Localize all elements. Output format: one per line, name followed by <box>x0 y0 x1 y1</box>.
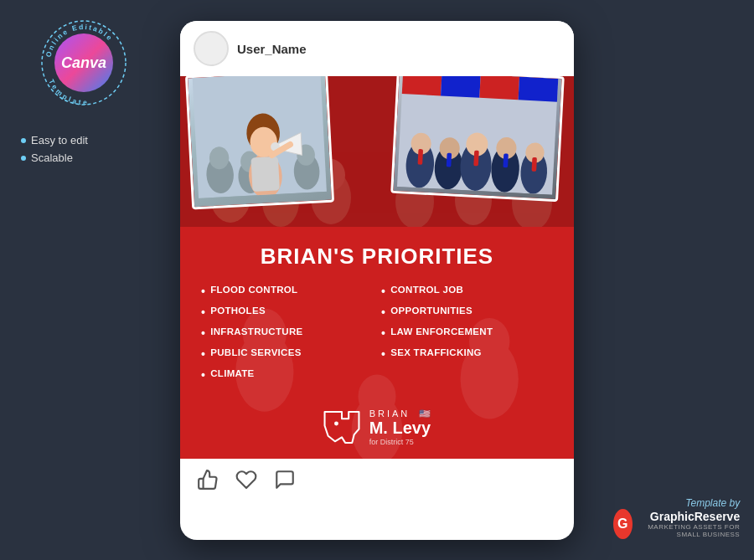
priority-sex-trafficking: • SEX TRAFFICKING <box>381 347 553 360</box>
card-footer <box>180 459 574 506</box>
priority-label: LAW ENFORCEMENT <box>390 326 493 337</box>
priority-label: PUBLIC SERVICES <box>210 347 301 357</box>
bullet-icon: • <box>201 306 205 318</box>
candidate-last-name: M. Levy <box>369 419 434 436</box>
feature-list: Easy to edit Scalable <box>17 134 88 169</box>
priority-label: OPPORTUNITIES <box>390 306 473 316</box>
svg-rect-28 <box>402 76 442 95</box>
priorities-title: BRIAN'S PRIORITIES <box>201 244 553 270</box>
priority-label: SEX TRAFFICKING <box>390 347 482 357</box>
svg-rect-44 <box>473 151 479 167</box>
feature-label-1: Easy to edit <box>31 134 88 146</box>
red-section: BRIAN'S PRIORITIES • FLOOD CONTROL • POT… <box>180 227 574 459</box>
bullet-icon: • <box>381 348 385 360</box>
svg-rect-25 <box>250 157 279 192</box>
template-by-text: Template by <box>613 497 740 509</box>
user-avatar <box>194 31 229 66</box>
svg-point-53 <box>334 422 338 426</box>
gr-brand-name: GraphicReserve <box>639 510 740 523</box>
photos-area <box>180 76 574 227</box>
bullet-icon: • <box>201 285 205 297</box>
graphic-reserve-brand: G GraphicReserve MARKETING ASSETS FOR SM… <box>613 509 740 539</box>
photo-2 <box>390 76 565 202</box>
svg-rect-31 <box>519 77 559 102</box>
bullet-icon: • <box>201 348 205 360</box>
gr-text-block: GraphicReserve MARKETING ASSETS FOR SMAL… <box>639 510 740 538</box>
left-sidebar: Online Editable Template Canva Easy to e… <box>0 0 168 560</box>
right-sidebar: Template by G GraphicReserve MARKETING A… <box>599 0 754 560</box>
priorities-columns: • FLOOD CONTROL • POTHOLES • INFRASTRUCT… <box>201 285 553 389</box>
priority-label: CLIMATE <box>210 368 254 378</box>
priority-law-enforcement: • LAW ENFORCEMENT <box>381 326 553 339</box>
priority-label: CONTROL JOB <box>390 285 463 295</box>
candidate-district: for District 75 <box>369 438 434 446</box>
svg-rect-30 <box>479 76 519 100</box>
card-header: User_Name <box>180 21 574 76</box>
bullet-icon: • <box>381 306 385 318</box>
bullet-icon: • <box>381 327 385 339</box>
priorities-col-left: • FLOOD CONTROL • POTHOLES • INFRASTRUCT… <box>201 285 373 389</box>
feature-label-2: Scalable <box>31 152 73 164</box>
heart-icon[interactable] <box>235 469 257 496</box>
svg-rect-46 <box>532 157 537 172</box>
priorities-col-right: • CONTROL JOB • OPPORTUNITIES • LAW ENFO… <box>381 285 553 389</box>
svg-rect-45 <box>503 153 508 167</box>
bullet-1 <box>21 138 26 143</box>
priority-label: POTHOLES <box>210 306 266 316</box>
candidate-name-block: BRIAN 🇺🇸 M. Levy for District 75 <box>369 408 434 446</box>
like-icon[interactable] <box>197 469 219 496</box>
comment-icon[interactable] <box>274 469 296 496</box>
bullet-icon: • <box>201 327 205 339</box>
svg-rect-42 <box>418 149 424 165</box>
canva-badge: Online Editable Template Canva <box>38 17 130 109</box>
svg-rect-29 <box>441 76 481 98</box>
priority-climate: • CLIMATE <box>201 368 373 381</box>
priority-flood-control: • FLOOD CONTROL <box>201 285 373 297</box>
bullet-2 <box>21 156 26 161</box>
bullet-icon: • <box>381 285 385 297</box>
main-card: User_Name <box>180 21 574 540</box>
texas-icon <box>321 408 363 446</box>
svg-rect-43 <box>447 153 452 167</box>
gr-logo: G <box>613 509 633 539</box>
bullet-icon: • <box>201 369 205 381</box>
template-by-section: Template by G GraphicReserve MARKETING A… <box>613 497 740 539</box>
priority-infrastructure: • INFRASTRUCTURE <box>201 326 373 339</box>
priority-public-services: • PUBLIC SERVICES <box>201 347 373 360</box>
user-name: User_Name <box>237 42 307 56</box>
priority-control-job: • CONTROL JOB <box>381 285 553 297</box>
priority-label: FLOOD CONTROL <box>210 285 297 295</box>
candidate-logo: BRIAN 🇺🇸 M. Levy for District 75 <box>201 402 553 446</box>
priority-label: INFRASTRUCTURE <box>210 326 302 337</box>
gr-tagline: MARKETING ASSETS FOR SMALL BUSINESS <box>639 523 740 538</box>
feature-item-1: Easy to edit <box>21 134 88 146</box>
priority-opportunities: • OPPORTUNITIES <box>381 306 553 318</box>
canva-logo: Canva <box>54 33 113 92</box>
photo-1 <box>185 76 334 209</box>
feature-item-2: Scalable <box>21 152 88 164</box>
priority-potholes: • POTHOLES <box>201 306 373 318</box>
